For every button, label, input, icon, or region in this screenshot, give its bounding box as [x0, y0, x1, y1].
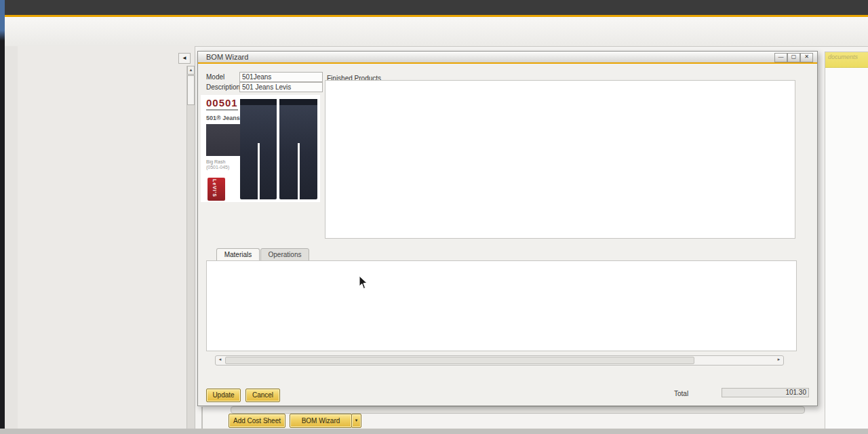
jeans-back-image [279, 99, 317, 199]
sidebar-collapse-button[interactable]: ◄ [178, 53, 191, 64]
sidebar-scrollbar[interactable]: ▲ [186, 66, 195, 434]
window-title: BOM Wizard [206, 53, 248, 61]
description-label: Description [206, 83, 240, 91]
jeans-front-image [240, 99, 277, 199]
cancel-button[interactable]: Cancel [245, 389, 280, 402]
window-content: Model 501Jeans Description 501 Jeans Lev… [198, 64, 816, 404]
tab-operations[interactable]: Operations [260, 248, 309, 261]
brand-patch: LeVi'S [208, 178, 225, 201]
sidebar-tab-strip [5, 46, 18, 429]
total-field: 101.30 [722, 388, 809, 397]
swatch-name: Big Rash [206, 159, 225, 164]
bom-wizard-dropdown-icon[interactable]: ▼ [351, 414, 361, 428]
add-cost-sheet-button[interactable]: Add Cost Sheet [229, 414, 285, 428]
swatch-code: (0501-045) [206, 165, 229, 170]
product-code: 00501 [206, 97, 238, 111]
modules-sidebar: ◄ ▲ [18, 46, 195, 434]
materials-h-scrollbar[interactable]: ◄ ► [215, 355, 784, 366]
toolbar [0, 17, 868, 47]
minimize-icon[interactable]: — [774, 53, 787, 62]
window-left-edge [0, 0, 5, 434]
window-title-bar[interactable]: BOM Wizard — ▢ ✕ [198, 52, 817, 64]
tab-materials[interactable]: Materials [216, 248, 260, 261]
status-strip [0, 429, 868, 434]
total-label: Total [674, 390, 688, 397]
product-name: 501® Jeans [206, 115, 240, 121]
application-root: ◄ ▲ Add Cost Sheet BOM Wizard ▼ document… [0, 0, 868, 434]
h-scrollbar-thumb[interactable] [225, 357, 694, 364]
close-icon[interactable]: ✕ [800, 53, 813, 62]
menu-bar [0, 0, 868, 15]
scroll-up-icon[interactable]: ▲ [187, 66, 195, 75]
maximize-icon[interactable]: ▢ [787, 53, 800, 62]
description-field[interactable]: 501 Jeans Levis [239, 82, 323, 92]
update-button[interactable]: Update [206, 389, 241, 402]
materials-table [206, 260, 797, 351]
bom-wizard-button[interactable]: BOM Wizard [290, 414, 352, 428]
finished-products-table [325, 80, 795, 239]
scroll-left-icon[interactable]: ◄ [216, 356, 224, 363]
scroll-right-icon[interactable]: ► [774, 356, 783, 363]
product-image: 00501 501® Jeans Big Rash (0501-045) LeV… [201, 95, 320, 202]
bom-wizard-window: BOM Wizard — ▢ ✕ Model 501Jeans Descript… [197, 51, 818, 406]
documents-panel: documents [825, 52, 868, 430]
background-window-scrollbar[interactable] [231, 406, 805, 414]
mouse-cursor [359, 275, 368, 290]
background-window-border [201, 407, 203, 429]
model-field[interactable]: 501Jeans [239, 72, 323, 82]
scrollbar-thumb[interactable] [187, 75, 195, 105]
model-label: Model [206, 73, 224, 81]
documents-panel-header[interactable]: documents [825, 52, 868, 68]
